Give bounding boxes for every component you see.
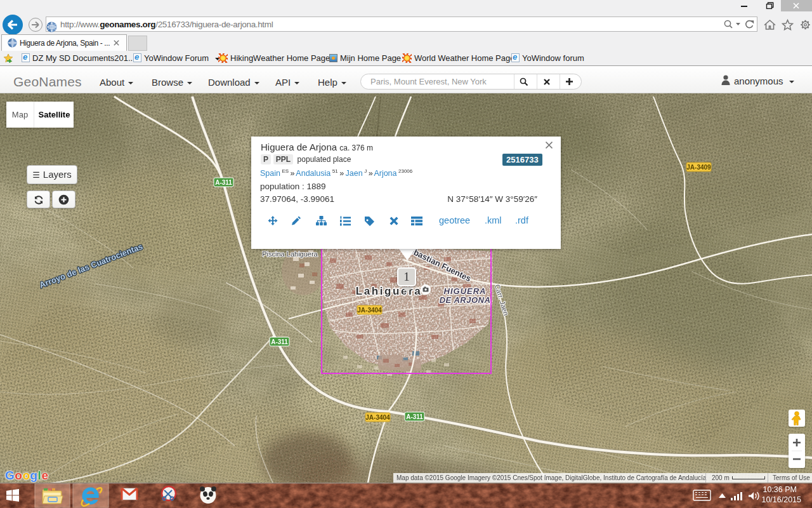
svg-text:JA-3404: JA-3404: [357, 307, 382, 314]
svg-text:A-311: A-311: [406, 413, 423, 420]
svg-text:DE ARJONA: DE ARJONA: [440, 295, 491, 305]
svg-text:Piscina Lahiguera: Piscina Lahiguera: [262, 250, 318, 258]
svg-text:HIGUERA: HIGUERA: [444, 286, 487, 296]
svg-text:JA-3409: JA-3409: [686, 164, 711, 171]
svg-text:A-311: A-311: [215, 179, 232, 186]
svg-text:JA-3404: JA-3404: [365, 414, 390, 421]
svg-text:A-311: A-311: [271, 338, 288, 345]
